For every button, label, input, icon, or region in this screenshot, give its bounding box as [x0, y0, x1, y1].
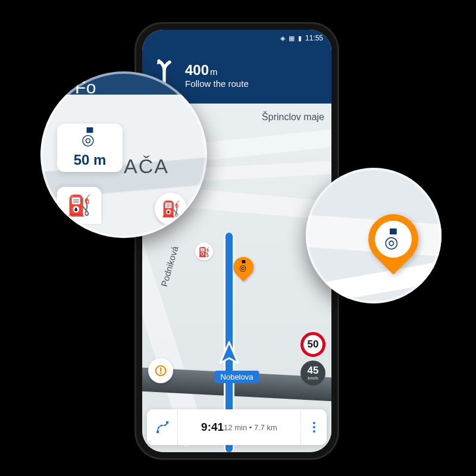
route-info-bar: 9:41 12 min • 7.7 km — [147, 409, 327, 445]
eta-subline: 12 min • 7.7 km — [224, 423, 277, 432]
battery-icon: ▮ — [298, 35, 302, 42]
nav-distance: 400m — [185, 62, 249, 79]
route-menu-button[interactable] — [300, 409, 327, 445]
speed-camera-icon — [375, 221, 412, 258]
status-time: 11:55 — [305, 34, 323, 42]
map-label-area: Šprinclov maje — [262, 112, 324, 123]
svg-point-4 — [165, 421, 168, 424]
zoom-left-street-fragment: AČA — [124, 155, 169, 178]
svg-point-2 — [160, 372, 162, 374]
zoom-callout-left: Fo 50 m AČA ⛽ ⛽ — [40, 71, 207, 238]
current-position-icon — [217, 340, 242, 368]
speed-camera-pin-large[interactable] — [368, 214, 418, 264]
speed-camera-pin[interactable] — [233, 257, 253, 277]
nav-instruction: Follow the route — [185, 79, 249, 89]
camera-distance: 50 m — [62, 152, 118, 168]
zoom-callout-right — [306, 168, 441, 303]
apps-icon: ▦ — [289, 35, 295, 42]
fuel-alert-card[interactable]: ⛽ — [57, 187, 101, 224]
eta-panel[interactable]: 9:41 12 min • 7.7 km — [178, 421, 300, 434]
map-label-street: Podniková — [159, 245, 180, 287]
more-icon — [313, 422, 315, 433]
nav-distance-value: 400 — [185, 62, 209, 78]
speed-widget: 50 45 km/h — [300, 332, 325, 386]
route-overview-button[interactable] — [147, 409, 178, 445]
speed-camera-icon — [62, 130, 118, 149]
current-speed: 45 km/h — [300, 361, 325, 386]
nav-distance-unit: m — [210, 67, 218, 77]
gps-status-icon: ◈ — [280, 35, 285, 42]
report-incident-button[interactable] — [148, 358, 173, 383]
svg-point-3 — [156, 431, 159, 434]
speed-camera-icon — [239, 262, 248, 273]
eta-time: 9:41 — [201, 421, 224, 434]
current-street-chip: Nobelova — [215, 371, 259, 383]
speed-limit-sign: 50 — [300, 332, 325, 357]
fuel-poi-icon[interactable]: ⛽ — [195, 243, 213, 261]
speed-camera-alert-card[interactable]: 50 m — [57, 124, 123, 172]
status-bar: ◈ ▦ ▮ 11:55 — [142, 30, 331, 46]
